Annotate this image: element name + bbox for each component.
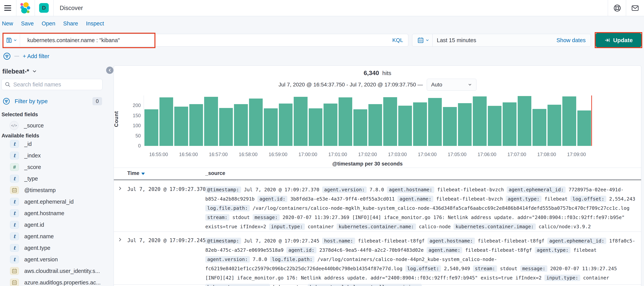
field-item-_index[interactable]: t_index bbox=[0, 151, 108, 161]
histogram-bar[interactable] bbox=[309, 108, 322, 146]
save-button[interactable]: Save bbox=[21, 20, 34, 27]
filter-icon bbox=[3, 98, 10, 105]
field-name-highlight: log.offset: bbox=[406, 266, 441, 272]
field-name: aws.cloudtrail.user_identity.s... bbox=[24, 268, 100, 274]
field-item-_score[interactable]: #_score bbox=[0, 162, 108, 172]
new-button[interactable]: New bbox=[2, 20, 13, 27]
elastic-logo[interactable] bbox=[19, 2, 31, 14]
field-name: azure.auditlogs.properties.ac... bbox=[24, 280, 101, 286]
doc-time: Jul 7, 2020 @ 17:09:27.245 bbox=[127, 238, 206, 243]
column-header-time[interactable]: Time bbox=[127, 170, 145, 176]
field-item-agent.hostname[interactable]: tagent.hostname bbox=[0, 208, 108, 218]
histogram-bar[interactable] bbox=[189, 104, 203, 146]
collapse-sidebar-button[interactable] bbox=[106, 67, 114, 74]
histogram-bar[interactable] bbox=[428, 98, 442, 146]
histogram-bar[interactable] bbox=[548, 105, 562, 146]
filter-icon[interactable] bbox=[3, 52, 11, 60]
field-item-_type[interactable]: t_type bbox=[0, 174, 108, 184]
histogram-bar[interactable] bbox=[503, 102, 516, 146]
interval-select[interactable]: Auto bbox=[427, 79, 476, 91]
histogram-bar[interactable] bbox=[354, 109, 367, 146]
divider bbox=[53, 0, 54, 16]
field-name-highlight: kubernetes.container.image: bbox=[454, 224, 536, 230]
field-value: container bbox=[308, 224, 334, 229]
share-button[interactable]: Share bbox=[63, 20, 78, 27]
field-item-agent.version[interactable]: tagent.version bbox=[0, 255, 108, 265]
field-value: filebeat bbox=[573, 247, 596, 253]
histogram-bar[interactable] bbox=[368, 104, 382, 146]
field-item-aws.cloudtrail.user_identity.s...[interactable]: aws.cloudtrail.user_identity.s... bbox=[0, 266, 108, 276]
histogram-bar[interactable] bbox=[279, 104, 293, 146]
histogram-bar[interactable] bbox=[473, 96, 487, 146]
histogram-bar[interactable] bbox=[338, 97, 352, 146]
open-button[interactable]: Open bbox=[42, 20, 55, 27]
histogram-bar[interactable] bbox=[398, 106, 412, 146]
query-language-button[interactable]: KQL bbox=[392, 37, 403, 43]
histogram-bar[interactable] bbox=[174, 107, 188, 146]
search-icon bbox=[5, 82, 10, 87]
field-name-highlight: agent.id: bbox=[286, 247, 316, 253]
histogram-plot[interactable] bbox=[144, 95, 592, 146]
histogram-bar[interactable] bbox=[264, 108, 278, 146]
histogram-bar[interactable] bbox=[160, 97, 173, 146]
field-name-highlight: agent.name: bbox=[426, 247, 462, 253]
field-name-highlight: message: bbox=[253, 214, 280, 221]
help-icon[interactable] bbox=[614, 4, 621, 12]
histogram-bar[interactable] bbox=[324, 104, 338, 146]
date-picker[interactable]: Last 15 minutes Show dates bbox=[412, 34, 591, 46]
newsfeed-icon[interactable] bbox=[631, 4, 639, 12]
divider bbox=[114, 168, 641, 168]
histogram-bar[interactable] bbox=[234, 104, 248, 146]
field-item-agent.name[interactable]: tagent.name bbox=[0, 231, 108, 241]
inspect-button[interactable]: Inspect bbox=[86, 20, 104, 27]
field-type-text-icon: t bbox=[10, 233, 19, 240]
field-value: calico/node:v3.9.2 bbox=[539, 224, 591, 229]
histogram-bar[interactable] bbox=[294, 97, 308, 146]
field-value: calico-node bbox=[419, 224, 451, 229]
current-time-marker bbox=[591, 95, 592, 146]
field-name-highlight: kubernetes.namespace: bbox=[205, 284, 270, 286]
histogram-bar[interactable] bbox=[204, 97, 218, 146]
histogram-bar[interactable] bbox=[577, 110, 591, 146]
expand-row-icon[interactable] bbox=[118, 237, 123, 242]
filter-by-type-button[interactable]: Filter by type 0 bbox=[3, 96, 102, 107]
saved-query-menu-button[interactable] bbox=[3, 34, 20, 46]
field-item-_id[interactable]: t_id bbox=[0, 139, 108, 149]
field-item-agent.type[interactable]: tagent.type bbox=[0, 243, 108, 253]
field-item-azure.auditlogs.properties.ac...[interactable]: azure.auditlogs.properties.ac... bbox=[0, 278, 108, 286]
field-value: filebeat-filebeat-t8fgf bbox=[358, 238, 425, 244]
sort-desc-icon[interactable] bbox=[141, 173, 145, 175]
histogram-bar[interactable] bbox=[443, 107, 457, 146]
histogram-bar[interactable] bbox=[532, 109, 546, 146]
field-item-_source[interactable]: </>_source bbox=[0, 120, 108, 130]
histogram-bar[interactable] bbox=[488, 106, 502, 146]
field-name: _id bbox=[24, 141, 32, 147]
histogram-bar[interactable] bbox=[249, 99, 263, 146]
field-type-source-icon: </> bbox=[10, 121, 18, 130]
histogram-bar[interactable] bbox=[413, 102, 427, 146]
menu-icon[interactable] bbox=[4, 5, 11, 11]
histogram-bar[interactable] bbox=[562, 96, 576, 146]
field-name-highlight: agent.hostname: bbox=[428, 238, 475, 244]
field-name-highlight: log.offset: bbox=[570, 196, 606, 202]
index-pattern-switcher[interactable]: filebeat-* bbox=[2, 68, 37, 75]
histogram-bar[interactable] bbox=[144, 109, 158, 146]
field-item-agent.id[interactable]: tagent.id bbox=[0, 220, 108, 230]
histogram-bar[interactable] bbox=[458, 103, 472, 146]
histogram-bar[interactable] bbox=[219, 108, 233, 146]
update-button[interactable]: Update bbox=[596, 33, 641, 47]
query-input[interactable]: kubernetes.container.name : "kibana" KQL bbox=[20, 34, 408, 46]
field-item-agent.ephemeral_id[interactable]: tagent.ephemeral_id bbox=[0, 197, 108, 207]
field-name: agent.id bbox=[24, 222, 44, 228]
field-name-highlight: message: bbox=[520, 266, 547, 272]
doc-source: @timestamp: Jul 7, 2020 @ 17:09:27.370 a… bbox=[205, 185, 636, 231]
histogram-bar[interactable] bbox=[383, 97, 397, 146]
field-name-highlight: host.name: bbox=[322, 238, 355, 244]
calendar-icon bbox=[417, 37, 424, 43]
show-dates-button[interactable]: Show dates bbox=[556, 37, 586, 43]
field-item-@timestamp[interactable]: @timestamp bbox=[0, 185, 108, 195]
histogram-bar[interactable] bbox=[518, 96, 532, 146]
field-search-input[interactable]: Search field names bbox=[2, 79, 102, 90]
expand-row-icon[interactable] bbox=[118, 186, 123, 191]
add-filter-button[interactable]: + Add filter bbox=[23, 53, 49, 59]
